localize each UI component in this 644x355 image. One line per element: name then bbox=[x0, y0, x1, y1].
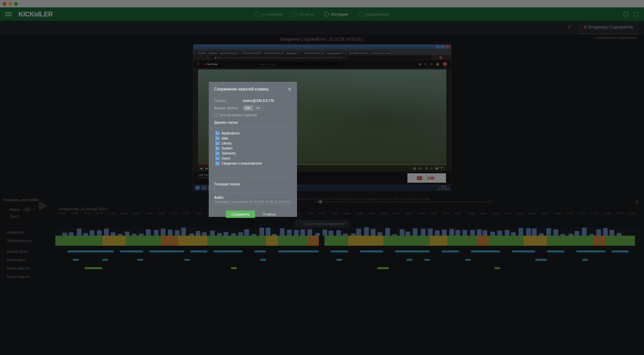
cancel-button[interactable]: Отмена bbox=[258, 211, 280, 218]
folder-item[interactable]: Users bbox=[214, 156, 292, 161]
folder-item[interactable]: System bbox=[214, 146, 292, 151]
no-system-keys-checkbox[interactable]: Без системных нажатий bbox=[214, 113, 292, 117]
folder-item[interactable]: data bbox=[214, 136, 292, 141]
folder-item[interactable]: Library bbox=[214, 141, 292, 146]
format-csv-option[interactable]: csv bbox=[243, 106, 253, 110]
folder-icon bbox=[215, 152, 219, 155]
folder-icon bbox=[215, 162, 219, 165]
format-toggle: csv xlsx bbox=[243, 105, 264, 111]
session-label: Сессия: bbox=[214, 99, 243, 103]
current-folder-label: Текущая папка: bbox=[214, 182, 292, 186]
folder-icon bbox=[215, 132, 219, 135]
folder-item[interactable]: Applications bbox=[214, 131, 292, 136]
folder-icon bbox=[215, 157, 219, 160]
save-keystrokes-dialog: Сохранение нажатий клавиш ✕ Сессия: \sal… bbox=[209, 82, 297, 217]
dialog-title: Сохранение нажатий клавиш bbox=[214, 87, 269, 92]
folder-icon bbox=[215, 147, 219, 150]
file-label: Файл: bbox=[214, 195, 292, 199]
checkbox-icon[interactable] bbox=[214, 114, 217, 117]
folder-tree: ApplicationsdataLibrarySystemTelemetryUs… bbox=[214, 128, 292, 178]
modal-overlay bbox=[0, 0, 644, 355]
filename-input[interactable] bbox=[214, 199, 292, 204]
save-button[interactable]: Сохранить bbox=[226, 211, 255, 218]
folder-item[interactable]: Telemetry bbox=[214, 151, 292, 156]
tree-label: Дерево папок: bbox=[214, 120, 292, 124]
folder-item[interactable]: Сведения о пользователе bbox=[214, 161, 292, 166]
close-icon[interactable]: ✕ bbox=[288, 86, 292, 92]
current-folder-path: / bbox=[214, 186, 292, 193]
session-value: \sales@SALES-ПК bbox=[243, 99, 274, 103]
folder-icon bbox=[215, 142, 219, 145]
format-xlsx-option[interactable]: xlsx bbox=[253, 106, 264, 110]
folder-icon bbox=[215, 137, 219, 140]
format-label: Формат файла: bbox=[214, 106, 243, 110]
